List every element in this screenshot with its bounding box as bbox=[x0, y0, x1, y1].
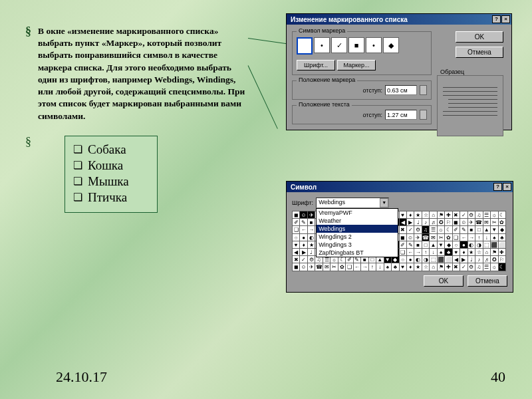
symbol-cell[interactable]: ✪ bbox=[491, 256, 498, 263]
dropdown-item[interactable]: ZapfDingbats BT bbox=[317, 249, 398, 257]
symbol-cell[interactable]: ✓ bbox=[460, 263, 467, 271]
symbol-cell[interactable]: ★ bbox=[308, 241, 315, 249]
symbol-cell[interactable]: ⬚ bbox=[430, 256, 437, 263]
symbol-cell[interactable]: ✐ bbox=[453, 226, 460, 233]
symbol-cell[interactable]: ☺ bbox=[300, 263, 307, 271]
symbol-cell[interactable]: ▲ bbox=[430, 241, 437, 249]
symbol-cell[interactable]: ✖ bbox=[400, 226, 407, 233]
marker-option[interactable]: ◆ bbox=[383, 37, 399, 53]
symbol-cell[interactable]: ♪ bbox=[422, 219, 430, 226]
symbol-cell[interactable]: ♦ bbox=[407, 263, 414, 271]
symbol-cell[interactable]: ☺ bbox=[407, 234, 414, 241]
symbol-cell[interactable]: ✖ bbox=[453, 263, 460, 271]
symbol-cell[interactable]: ↑ bbox=[422, 249, 430, 256]
symbol-cell[interactable]: ✓ bbox=[407, 226, 414, 233]
symbol-cell[interactable]: ▼ bbox=[438, 241, 445, 249]
symbol-cell[interactable]: ✿ bbox=[445, 234, 452, 241]
dropdown-item[interactable]: Wingdings 3 bbox=[317, 241, 398, 249]
symbol-cell[interactable]: ⚐ bbox=[499, 256, 506, 263]
dropdown-item[interactable]: Weather bbox=[317, 217, 398, 225]
dialog-titlebar[interactable]: Изменение маркированного списка ? × bbox=[287, 14, 511, 25]
symbol-cell[interactable]: ↓ bbox=[430, 249, 437, 256]
symbol-cell[interactable]: ⌂ bbox=[430, 211, 437, 219]
symbol-cell[interactable]: ☰ bbox=[483, 263, 491, 271]
symbol-cell[interactable]: ☆ bbox=[422, 263, 430, 271]
symbol-cell[interactable]: ▲ bbox=[483, 226, 491, 233]
symbol-cell[interactable]: ■ bbox=[414, 241, 422, 249]
font-button[interactable]: Шрифт... bbox=[297, 60, 335, 70]
symbol-cell[interactable]: ♥ bbox=[453, 249, 460, 256]
symbol-cell[interactable]: ⚙ bbox=[414, 226, 422, 233]
symbol-cell[interactable]: ★ bbox=[414, 211, 422, 219]
symbol-cell[interactable]: ○ bbox=[400, 256, 407, 263]
dialog-titlebar[interactable]: Символ ? × bbox=[287, 182, 513, 192]
symbol-cell[interactable]: ◼ bbox=[293, 211, 300, 219]
marker-option[interactable] bbox=[297, 37, 313, 55]
symbol-cell[interactable]: ♣ bbox=[499, 234, 506, 241]
symbol-cell[interactable]: ♥ bbox=[400, 263, 407, 271]
symbol-cell[interactable]: ■ bbox=[308, 219, 315, 226]
symbol-cell[interactable]: ✐ bbox=[400, 241, 407, 249]
symbol-cell[interactable]: ♣ bbox=[445, 249, 452, 256]
symbol-cell[interactable]: ↓ bbox=[483, 234, 491, 241]
symbol-cell[interactable]: ✈ bbox=[308, 211, 315, 219]
symbol-cell[interactable]: ◼ bbox=[400, 234, 407, 241]
symbol-cell[interactable]: ☎ bbox=[315, 263, 323, 271]
font-combo[interactable]: Webdings ▼ VremyaPWF Weather Webdings Wi… bbox=[316, 198, 389, 208]
symbol-cell[interactable]: ✖ bbox=[293, 256, 300, 263]
symbol-cell[interactable]: → bbox=[468, 234, 475, 241]
symbol-cell[interactable]: ✎ bbox=[407, 241, 414, 249]
symbol-cell[interactable]: ✎ bbox=[300, 219, 307, 226]
marker-option[interactable]: ■ bbox=[348, 37, 364, 53]
symbol-cell[interactable]: ○ bbox=[293, 234, 300, 241]
symbol-cell[interactable]: ♫ bbox=[475, 211, 483, 219]
symbol-cell[interactable]: ☆ bbox=[422, 211, 430, 219]
symbol-cell[interactable]: ♬ bbox=[483, 256, 491, 263]
symbol-cell[interactable]: ● bbox=[407, 256, 414, 263]
dropdown-item[interactable]: Wingdings 2 bbox=[317, 233, 398, 241]
symbol-cell[interactable]: ▶ bbox=[460, 256, 467, 263]
symbol-cell[interactable]: □ bbox=[475, 226, 483, 233]
symbol-cell[interactable]: ❏ bbox=[346, 263, 353, 271]
close-icon[interactable]: × bbox=[501, 15, 510, 23]
symbol-cell[interactable]: ☾ bbox=[445, 226, 452, 233]
symbol-cell[interactable]: ☼ bbox=[491, 211, 498, 219]
symbol-cell[interactable]: ♫ bbox=[422, 226, 430, 233]
symbol-cell[interactable]: ✉ bbox=[483, 219, 491, 226]
symbol-cell[interactable]: ⚑ bbox=[491, 249, 498, 256]
symbol-cell[interactable]: ♠ bbox=[491, 234, 498, 241]
symbol-cell[interactable]: → bbox=[361, 263, 368, 271]
symbol-cell[interactable]: ◐ bbox=[468, 241, 475, 249]
symbol-cell[interactable]: ✓ bbox=[460, 211, 467, 219]
symbol-cell[interactable]: ✓ bbox=[300, 256, 307, 263]
symbol-cell[interactable]: ♩ bbox=[414, 219, 422, 226]
symbol-cell[interactable]: ☰ bbox=[430, 226, 437, 233]
symbol-cell[interactable]: ♦ bbox=[300, 241, 307, 249]
symbol-cell[interactable]: ← bbox=[407, 249, 414, 256]
symbol-cell[interactable]: ⬚ bbox=[483, 241, 491, 249]
symbol-cell[interactable]: ✉ bbox=[430, 234, 437, 241]
symbol-cell[interactable]: ○ bbox=[453, 241, 460, 249]
symbol-cell[interactable]: ✪ bbox=[438, 219, 445, 226]
symbol-cell[interactable]: ◀ bbox=[453, 256, 460, 263]
symbol-cell[interactable]: ♬ bbox=[430, 219, 437, 226]
symbol-cell[interactable]: ☎ bbox=[422, 234, 430, 241]
spinner-icon[interactable] bbox=[420, 110, 427, 120]
symbol-cell[interactable]: ↑ bbox=[475, 234, 483, 241]
symbol-cell[interactable]: ← bbox=[460, 234, 467, 241]
symbol-cell[interactable]: ↑ bbox=[369, 263, 376, 271]
symbol-cell[interactable]: ♫ bbox=[475, 263, 483, 271]
symbol-cell[interactable]: ♦ bbox=[460, 249, 467, 256]
symbol-cell[interactable]: ✈ bbox=[468, 219, 475, 226]
symbol-cell[interactable]: ♥ bbox=[400, 211, 407, 219]
symbol-cell[interactable]: ♦ bbox=[407, 211, 414, 219]
symbol-cell[interactable]: ✚ bbox=[499, 249, 506, 256]
symbol-cell[interactable]: ☼ bbox=[491, 263, 498, 271]
symbol-cell[interactable]: ← bbox=[354, 263, 361, 271]
symbol-cell[interactable]: ✂ bbox=[438, 234, 445, 241]
indent-input[interactable]: 0.63 см bbox=[385, 85, 417, 95]
dropdown-item[interactable]: VremyaPWF bbox=[317, 209, 398, 217]
dropdown-item[interactable]: Webdings bbox=[317, 225, 398, 233]
marker-option[interactable]: • bbox=[366, 37, 382, 53]
symbol-cell[interactable]: ✂ bbox=[331, 263, 338, 271]
